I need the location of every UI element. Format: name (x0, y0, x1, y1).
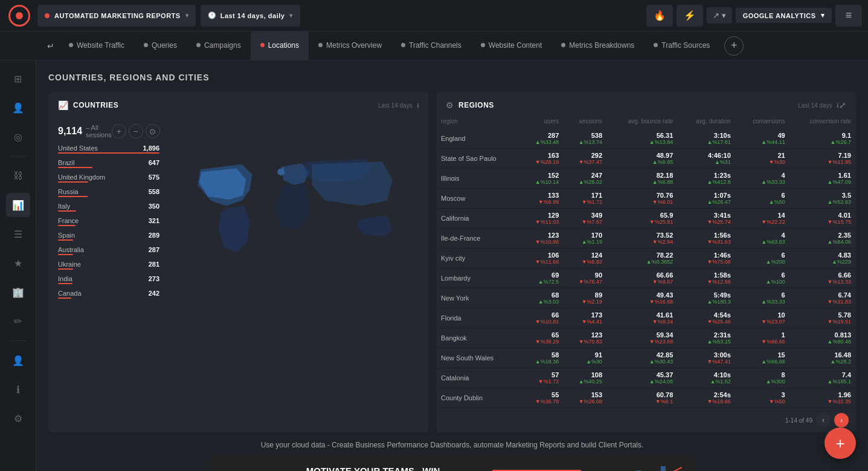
table-row[interactable]: County Dublin 55▼%36.78 153▼%26.08 60.78… (436, 388, 856, 408)
country-bar (58, 225, 76, 226)
sidebar-icon-chart[interactable]: 📊 (6, 193, 30, 217)
countries-info-icon: ℹ (417, 102, 419, 109)
sidebar-icon-settings[interactable]: ⚙ (6, 406, 30, 430)
sidebar-icon-link[interactable]: ⛓ (6, 164, 30, 188)
users-val: 129 (548, 212, 559, 219)
col-bounce: avg. bounce rate (607, 114, 678, 129)
tab-traffic-sources[interactable]: Traffic Sources (644, 31, 719, 60)
crate-delta: ▲%229 (832, 259, 851, 265)
table-row[interactable]: New South Wales 58▲%18.36 91▲%30 42.85▲%… (436, 348, 856, 368)
conv-delta: ▲%33.33 (761, 299, 785, 305)
bounce-val: 78.22 (657, 252, 674, 259)
table-row[interactable]: Lombardy 69▲%72.5 90▼%76.47 66.66▼%9.67 … (436, 268, 856, 288)
tab-metrics-breakdowns[interactable]: Metrics Breakdowns (551, 31, 644, 60)
share-button[interactable]: ↗ ▾ (707, 7, 732, 24)
crate-val: 6.74 (838, 291, 851, 299)
fit-button[interactable]: ⊙ (146, 124, 160, 138)
country-row[interactable]: Canada 242 (48, 287, 169, 302)
conv-delta: ▼%23.07 (761, 319, 785, 325)
sidebar-icon-users[interactable]: 👤 (6, 96, 30, 120)
conv-val: 6 (782, 291, 785, 299)
country-row[interactable]: United Kingdom 575 (48, 171, 169, 186)
tab-website-traffic[interactable]: Website Traffic (59, 31, 134, 60)
table-row[interactable]: Catalonia 57▼%1.72 108▲%40.25 45.37▲%24.… (436, 368, 856, 388)
sessions-delta: ▼%70.83 (579, 339, 602, 345)
conv-delta: ▼%30 (769, 159, 785, 165)
col-sessions: sessions (564, 114, 607, 129)
prev-page-button[interactable]: ‹ (816, 413, 831, 427)
table-row[interactable]: England 287▲%33.48 538▲%13.74 56.31▲%13.… (436, 129, 856, 149)
fab-button[interactable]: + (825, 427, 856, 459)
tab-label: Metrics Overview (326, 41, 382, 50)
fire-button[interactable]: 🔥 (646, 5, 673, 27)
regions-card: ⚙ REGIONS Last 14 days ℹ ⤢ region users (436, 92, 856, 432)
duration-val: 2:54s (714, 391, 731, 398)
sidebar-icon-star[interactable]: ★ (6, 251, 30, 275)
tab-traffic-channels[interactable]: Traffic Channels (391, 31, 471, 60)
table-row[interactable]: Moscow 133▼%6.99 171▼%1.72 70.76▼%6.01 1… (436, 189, 856, 209)
table-row[interactable]: New York 68▲%3.03 89▼%2.19 49.43▼%16.68 … (436, 288, 856, 308)
country-row[interactable]: Australia 287 (48, 244, 169, 258)
sidebar-icon-dashboard[interactable]: ⊞ (6, 67, 30, 91)
users-delta: ▼%1.72 (538, 378, 559, 385)
tab-campaigns[interactable]: Campaigns (187, 31, 251, 60)
country-value: 1,896 (143, 145, 159, 152)
date-selector[interactable]: 🕐 Last 14 days, daily ▾ (201, 5, 300, 27)
sidebar-icon-brush[interactable]: ✏ (6, 309, 30, 333)
table-row[interactable]: Illinois 152▲%10.14 247▲%26.02 82.18▲%6.… (436, 169, 856, 189)
sidebar-icon-building[interactable]: 🏢 (6, 280, 30, 304)
country-row[interactable]: Spain 289 (48, 229, 169, 244)
country-row[interactable]: Russia 558 (48, 186, 169, 200)
regions-expand-icon[interactable]: ⤢ (839, 100, 846, 110)
table-row[interactable]: Ile-de-France 123▼%10.86 170▲%1.19 73.52… (436, 229, 856, 248)
table-row[interactable]: California 129▼%11.03 349▼%7.67 65.9▼%25… (436, 209, 856, 229)
regions-gear-icon[interactable]: ⚙ (446, 100, 454, 110)
collapse-button[interactable]: − (129, 124, 143, 138)
crate-val: 7.4 (842, 371, 851, 378)
tab-metrics-overview[interactable]: Metrics Overview (309, 31, 391, 60)
crate-val: 5.78 (838, 311, 851, 319)
top-bar: AUTOMATED MARKETING REPORTS ▾ 🕐 Last 14 … (0, 0, 868, 31)
analytics-selector[interactable]: GOOGLE ANALYTICS ▾ (736, 8, 832, 23)
country-row[interactable]: France 321 (48, 215, 169, 229)
country-row[interactable]: United States 1,896 (48, 142, 169, 157)
bounce-delta: ▼%16.68 (649, 299, 673, 305)
report-selector[interactable]: AUTOMATED MARKETING REPORTS ▾ (37, 5, 196, 27)
crate-val: 7.19 (838, 152, 851, 159)
report-label: AUTOMATED MARKETING REPORTS (54, 12, 181, 19)
tab-website-content[interactable]: Website Content (471, 31, 552, 60)
add-tab-button[interactable]: + (724, 36, 744, 56)
sessions-val: 108 (591, 371, 602, 378)
tab-locations[interactable]: Locations (251, 31, 309, 60)
country-row[interactable]: Ukraine 281 (48, 258, 169, 273)
clock-icon: 🕐 (208, 11, 217, 19)
share-icon: ↗ (713, 11, 719, 20)
next-page-button[interactable]: › (834, 413, 849, 427)
country-row[interactable]: Italy 350 (48, 200, 169, 215)
country-row[interactable]: Brazil 647 (48, 157, 169, 171)
sidebar-icon-list[interactable]: ☰ (6, 222, 30, 246)
tab-dot (144, 43, 148, 47)
country-value: 575 (149, 174, 159, 181)
duration-delta: ▲%180.3 (707, 299, 730, 305)
hamburger-menu[interactable]: ≡ (835, 5, 862, 27)
pagination-label: 1-14 of 49 (785, 417, 812, 424)
expand-button[interactable]: + (112, 124, 126, 138)
sidebar-icon-globe[interactable]: ◎ (6, 125, 30, 149)
tab-queries[interactable]: Queries (134, 31, 187, 60)
duration-val: 4:10s (714, 371, 731, 378)
table-row[interactable]: Kyiv city 106▼%11.66 124▼%8.82 78.22▲%0.… (436, 248, 856, 268)
countries-chart-icon: 📈 (58, 100, 68, 110)
table-row[interactable]: Florida 66▼%10.81 173▼%4.41 41.61▼%9.24 … (436, 308, 856, 328)
sidebar-icon-info[interactable]: ℹ (6, 377, 30, 401)
lightning-button[interactable]: ⚡ (677, 5, 703, 27)
sidebar-icon-person[interactable]: 👤 (6, 348, 30, 372)
table-row[interactable]: Bangkok 65▼%38.29 123▼%70.83 59.34▼%23.6… (436, 328, 856, 348)
country-bar (58, 181, 88, 183)
country-name: United Kingdom (58, 174, 149, 181)
back-arrow[interactable]: ↵ (42, 41, 59, 51)
crate-delta: ▲%26.7 (831, 139, 851, 145)
duration-val: 1:23s (714, 172, 731, 179)
table-row[interactable]: State of Sao Paulo 163▼%28.19 292▼%37.47… (436, 149, 856, 169)
country-row[interactable]: India 273 (48, 273, 169, 287)
